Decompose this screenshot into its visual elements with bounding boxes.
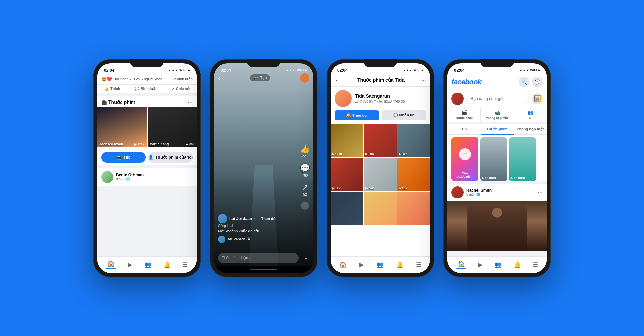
post-user-info-4: Rachel Smith 8 giờ • 🌐 — [466, 188, 535, 196]
like-action[interactable]: 👍 22K — [300, 144, 310, 158]
post-preview-1: Bente Othman 8 giờ • 🌐 ··· — [97, 168, 197, 186]
create-reel-btn[interactable]: 📷 Tạo — [250, 74, 270, 81]
reel-card-count-1: ▶ 12 triệu — [482, 176, 496, 180]
nav-bell-4[interactable]: 🔔 — [514, 261, 521, 268]
create-label-2: Tạo — [260, 76, 267, 80]
grid-item-1[interactable]: ▶ 121K — [331, 124, 363, 157]
search-button-4[interactable]: 🔍 — [519, 77, 529, 87]
grid-count-4: ▶ 12K — [332, 187, 341, 190]
user-avatar-2[interactable] — [300, 73, 309, 83]
reel-user-row: Itai Jordaan ✓ · Theo dõi — [218, 214, 293, 223]
like-count: 22K — [302, 154, 308, 158]
nav-bell-3[interactable]: 🔔 — [396, 261, 404, 268]
tab-rooms[interactable]: Phòng họp mặt — [514, 124, 547, 135]
phone-2: 02:04 ▲▲▲ WiFi ■ ‹ 📷 Tạo — [210, 59, 317, 277]
grid-item-4[interactable]: ▶ 12K — [331, 158, 363, 191]
share-icon-2: ↗ — [302, 183, 308, 192]
rooms-qa-icon: 📹 — [494, 110, 500, 115]
messenger-button-4[interactable]: 💬 — [532, 77, 543, 87]
post-video-thumb-4[interactable] — [447, 201, 547, 251]
create-reel-card[interactable]: + Tạothước phim — [451, 137, 478, 181]
share-button[interactable]: ↗ Chia sẻ — [172, 87, 190, 91]
follow-button-3[interactable]: 🔔 Theo dõi — [335, 110, 379, 120]
menu-icon-4: ☰ — [533, 261, 538, 268]
nav-menu-4[interactable]: ☰ — [533, 261, 538, 268]
back-button-2[interactable]: ‹ — [218, 74, 220, 82]
nav-home-4[interactable]: 🏠 — [456, 260, 466, 269]
post-more-4[interactable]: ··· — [538, 189, 543, 196]
home-indicator-2 — [214, 266, 313, 273]
phone-4: 02:04 ▲▲▲ WiFi ■ facebook 🔍 💬 Bạn đang — [443, 59, 551, 277]
bottom-nav-3: 🏠 ▶ 👥 🔔 ☰ — [331, 256, 430, 273]
grid-count-6: ▶ 14K — [399, 187, 408, 190]
nav-bell-1[interactable]: 🔔 — [163, 261, 171, 268]
grid-item-5[interactable]: ▶ 80K — [364, 158, 396, 191]
home-bar-2 — [250, 269, 277, 270]
nav-menu-3[interactable]: ☰ — [416, 261, 421, 268]
message-label: Nhắn tin — [399, 113, 415, 117]
qa-rooms[interactable]: 📹 Phòng họp mặt — [481, 108, 514, 122]
tab-tin[interactable]: Tin — [447, 124, 481, 135]
create-label: Tạo — [123, 155, 131, 160]
more-action[interactable]: ··· — [301, 202, 309, 210]
qa-more[interactable]: 👥 N — [514, 108, 547, 122]
reel-card-1[interactable]: ▶ 12 triệu — [480, 137, 507, 181]
create-btn[interactable]: 📷 Tạo — [101, 152, 146, 163]
grid-item-3[interactable]: ▶ 81K — [397, 124, 430, 157]
comment-input-field[interactable]: Thêm bình luận... — [218, 253, 299, 263]
grid-item-8[interactable] — [364, 192, 396, 225]
nav-reels-3[interactable]: ▶ — [359, 261, 364, 268]
nav-reels-4[interactable]: ▶ — [478, 261, 483, 268]
groups-icon: 👥 — [144, 261, 152, 268]
nav-reels-1[interactable]: ▶ — [128, 261, 132, 268]
follow-button-2[interactable]: Theo dõi — [261, 217, 277, 221]
nav-home-3[interactable]: 🏠 — [339, 261, 347, 268]
send-more-btn[interactable]: ··· — [301, 254, 309, 262]
like-button[interactable]: 👍 Thích — [104, 87, 120, 91]
nav-home-1[interactable]: 🏠 — [106, 260, 116, 269]
grid-item-7[interactable] — [331, 192, 363, 225]
reel-location: Công khai — [218, 224, 293, 228]
back-button-3[interactable]: ← — [335, 77, 341, 84]
comment-count-2: 780 — [302, 174, 308, 177]
notch-4 — [480, 59, 514, 67]
nav-groups-4[interactable]: 👥 — [494, 261, 502, 268]
create-reel-label: Tạothước phim — [457, 172, 473, 178]
grid-item-6[interactable]: ▶ 14K — [397, 158, 430, 191]
comment-button[interactable]: 💬 Bình luận — [135, 87, 158, 91]
section-more[interactable]: ··· — [187, 99, 193, 106]
nav-groups-1[interactable]: 👥 — [144, 261, 152, 268]
bell-icon-3: 🔔 — [396, 261, 404, 268]
share-icon: ↗ — [172, 87, 175, 91]
share-action[interactable]: ↗ 52 — [302, 183, 308, 196]
grid-item-2[interactable]: ▶ 90K — [364, 124, 396, 157]
my-reels-label: Thước phim của tôi — [155, 155, 193, 160]
video-thumb-1[interactable]: Joonseo Kwon ▶ 121K — [97, 107, 147, 147]
my-reels-btn[interactable]: 👤 Thước phim của tôi — [148, 152, 193, 163]
status-icons-2: ▲▲▲ WiFi ■ — [286, 68, 307, 72]
p3-content: ← Thước phim của Tida ··· Tida Saengarun… — [331, 74, 430, 256]
notch-3 — [364, 59, 397, 67]
menu-icon: ☰ — [182, 261, 188, 268]
status-input[interactable]: Bạn đang nghĩ gì? — [466, 94, 529, 104]
tab-reels[interactable]: Thước phim — [481, 124, 514, 135]
tab-tin-label: Tin — [461, 127, 467, 131]
comment-action[interactable]: 💬 780 — [300, 163, 310, 177]
person-head — [492, 208, 502, 218]
menu-icon-3: ☰ — [416, 261, 421, 268]
post-dots-1[interactable]: ··· — [188, 174, 193, 180]
reel-card-2[interactable]: ▶ 12 triệu — [509, 137, 536, 181]
phones-container: 02:04 ▲▲▲ WiFi ■ 😍❤️ Hoi Shan Yiu và 5 n… — [93, 59, 551, 277]
grid-item-9[interactable] — [397, 192, 430, 225]
qa-reels[interactable]: 🎬 Thước phim — [447, 108, 481, 122]
groups-icon-3: 👥 — [376, 261, 384, 268]
video-thumb-2[interactable]: Martin Kang ▶ 88K — [148, 107, 197, 147]
share-count: 52 — [303, 193, 307, 196]
more-options-3[interactable]: ··· — [421, 77, 426, 84]
nav-menu-1[interactable]: ☰ — [182, 261, 188, 268]
camera-icon-2: 📷 — [253, 76, 258, 80]
tabs-row: Tin Thước phim Phòng họp mặt — [447, 124, 547, 135]
photo-icon-4[interactable]: 🖼️ — [532, 93, 543, 104]
message-button-3[interactable]: 💬 Nhắn tin — [382, 110, 426, 120]
nav-groups-3[interactable]: 👥 — [376, 261, 384, 268]
